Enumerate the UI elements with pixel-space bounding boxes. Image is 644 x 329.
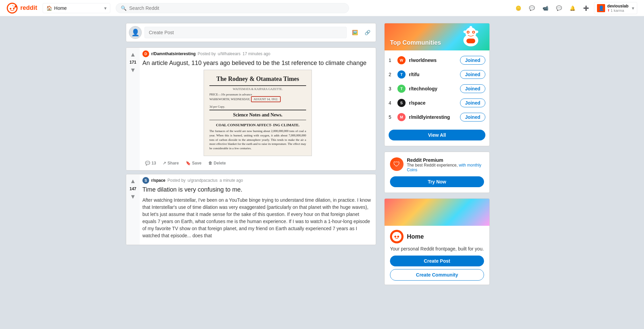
coins-icon-btn[interactable]: 🪙 [513,3,524,14]
header: reddit 🏠 Home ▾ 🔍 🪙 💬 📹 💬 🔔 ➕ 👤 deviousl… [0,0,644,16]
home-header: Home [390,230,484,243]
post-image-container: The Rodney & Otamatea Times WAITEMATA & … [142,70,373,156]
comments-button[interactable]: 💬 13 [142,159,159,168]
notifications-icon-btn[interactable]: 🔔 [567,3,578,14]
svg-point-12 [467,31,469,33]
home-snoo-icon [392,232,401,241]
post-subreddit[interactable]: r/Damnthatsinteresting [151,51,196,56]
post-actions: 💬 13 ↗ Share 🔖 Save 🗑 Delete [142,159,373,168]
downvote-button[interactable]: ▼ [129,193,137,201]
premium-title: Reddit Premium [407,157,484,163]
svg-point-1 [8,4,17,13]
community-name: r/technology [409,86,437,91]
search-input[interactable] [129,5,344,11]
premium-header: 🛡 Reddit Premium The best Reddit experie… [390,157,484,172]
newspaper-title: The Rodney & Otamatea Times [209,75,306,86]
community-icon: T [397,70,406,79]
community-info: r/tifu [409,72,457,77]
chevron-down-icon: ▾ [104,5,107,11]
community-name: r/worldnews [409,58,437,63]
karma-icon: ⬆ [607,8,610,12]
post-card: ▲ 171 ▼ D r/Damnthatsinteresting Posted … [126,47,376,171]
community-info: r/worldnews [409,58,457,63]
community-icon: T [397,85,406,93]
community-icon: W [397,56,406,64]
banner-mascot [459,23,483,50]
vote-column: ▲ 147 ▼ [126,174,140,244]
trash-icon: 🗑 [208,161,212,166]
logo-text: reddit [20,4,37,12]
share-button[interactable]: ↗ Share [160,159,181,168]
post-time: a minute ago [220,178,243,183]
avatar: 👤 [597,4,605,12]
home-description: Your personal Reddit frontpage, built fo… [390,246,484,251]
chat-icon-btn[interactable]: 💬 [553,3,564,14]
monthly-coins-link[interactable]: with monthly Coins [407,163,481,172]
post-subreddit[interactable]: r/space [151,178,165,183]
newspaper-section: Science Notes and News. [209,110,306,120]
community-icon: M [397,113,406,121]
upvote-button[interactable]: ▲ [129,177,137,185]
home-content: Home Your personal Reddit frontpage, bui… [385,226,489,285]
community-item[interactable]: 5 M r/mildlyinteresting Joined [385,110,489,124]
image-icon-btn[interactable]: 🖼️ [349,27,361,38]
create-post-button[interactable]: Create Post [390,256,484,266]
home-label: Home [54,5,67,11]
view-all-button[interactable]: View All [389,130,485,140]
snoo-icon [459,23,483,50]
join-button[interactable]: Joined [460,113,485,122]
video-icon-btn[interactable]: 📹 [540,3,551,14]
post-title[interactable]: An article August, 110 years ago believe… [142,59,373,67]
home-banner [385,199,489,226]
delete-button[interactable]: 🗑 Delete [206,159,229,168]
home-icon: 🏠 [46,5,52,11]
join-button[interactable]: Joined [460,84,485,93]
premium-description: The best Reddit experience, with monthly… [407,163,484,172]
downvote-button[interactable]: ▼ [129,66,137,74]
post-author[interactable]: u/grandpacactus [187,178,217,183]
add-icon-btn[interactable]: ➕ [580,3,591,14]
premium-widget: 🛡 Reddit Premium The best Reddit experie… [384,152,490,193]
post-time: 17 minutes ago [243,51,270,56]
community-info: r/technology [409,86,457,91]
post-content: D r/Damnthatsinteresting Posted by u/Wha… [140,48,376,170]
community-name: r/mildlyinteresting [409,114,450,120]
join-button[interactable]: Joined [460,98,485,107]
create-post-input[interactable] [144,27,347,38]
join-button[interactable]: Joined [460,56,485,65]
logo[interactable]: reddit [7,3,37,14]
community-rank: 3 [389,86,394,91]
community-item[interactable]: 3 T r/technology Joined [385,82,489,96]
posted-by-label: Posted by [198,51,215,56]
vote-count: 171 [130,60,136,65]
user-menu[interactable]: 👤 deviouslab ⬆ 1 karma ▾ [594,2,637,14]
bookmark-icon: 🔖 [186,161,191,166]
search-bar[interactable]: 🔍 [116,3,349,13]
home-dropdown[interactable]: 🏠 Home ▾ [43,3,110,13]
upvote-button[interactable]: ▲ [129,50,137,59]
post-title[interactable]: Time dilation is very confusing to me. [142,186,373,194]
comment-icon: 💬 [145,161,150,166]
try-now-button[interactable]: Try Now [390,176,484,187]
svg-point-21 [394,236,396,238]
join-button[interactable]: Joined [460,70,485,79]
community-item[interactable]: 4 S r/space Joined [385,96,489,110]
create-community-button[interactable]: Create Community [390,269,484,281]
link-icon-btn[interactable]: 🔗 [362,27,373,38]
community-item[interactable]: 1 W r/worldnews Joined [385,53,489,67]
save-button[interactable]: 🔖 Save [183,159,204,168]
svg-point-17 [475,30,478,33]
post-body: After watching Interstellar, I've been o… [142,197,373,239]
community-item[interactable]: 2 T r/tifu Joined [385,67,489,82]
vote-column: ▲ 171 ▼ [126,48,140,170]
search-icon: 🔍 [121,5,127,11]
help-icon-btn[interactable]: 💬 [526,3,537,14]
newspaper-body: The furnaces of the world are now burnin… [209,129,306,150]
karma-display: ⬆ 1 karma [607,8,628,13]
post-meta: S r/space Posted by u/grandpacactus a mi… [142,177,373,184]
username: deviouslab [607,4,628,8]
subreddit-icon: D [142,50,149,57]
sidebar-column: Top Communities [384,23,490,290]
svg-point-2 [10,8,12,9]
post-author[interactable]: u/Whaleears [218,51,240,56]
